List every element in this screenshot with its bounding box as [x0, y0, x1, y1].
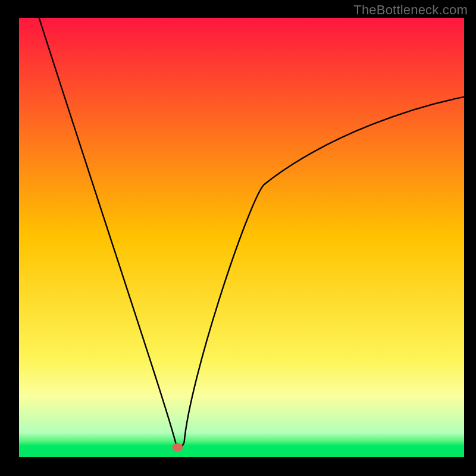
- chart-frame: TheBottleneck.com: [0, 0, 476, 476]
- plot-background: [19, 18, 464, 457]
- optimum-marker: [172, 443, 183, 451]
- bottleneck-chart: [0, 0, 476, 476]
